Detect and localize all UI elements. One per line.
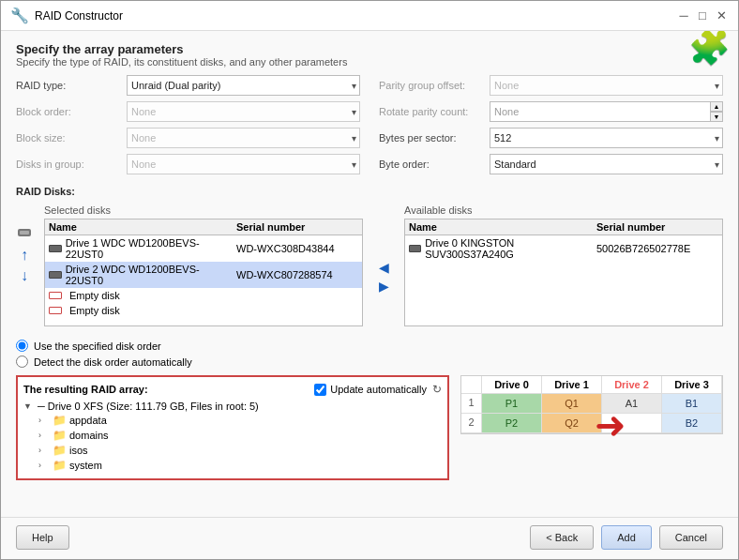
window-title: RAID Constructor [35,9,123,23]
update-automatically-checkbox[interactable]: Update automatically [314,384,427,396]
disk-order-options: Use the specified disk order Detect the … [16,340,723,368]
rotate-count-input[interactable] [490,101,723,122]
auto-detect-radio[interactable] [16,356,28,368]
bottom-buttons: Help < Back Add Cancel [1,517,738,559]
lower-section: The resulting RAID array: Update automat… [16,375,723,480]
right-params: Parity group offset: None Rotate parity … [379,75,723,174]
tree-item-label: isos [69,445,88,456]
tree-children: › 📁 appdata › 📁 domains › 📁 isos [23,413,442,473]
folder-icon: 📁 [53,459,67,472]
avail-serial-col: Serial number [596,221,718,233]
specified-order-option[interactable]: Use the specified disk order [16,340,723,352]
folder-icon: 📁 [53,414,67,427]
update-auto-label: Update automatically [330,384,427,395]
byte-order-select[interactable]: Standard [490,154,723,174]
folder-icon: 📁 [53,429,67,442]
block-size-label: Block size: [16,132,119,144]
block-size-select-wrapper: None [127,128,360,148]
add-disk-button[interactable] [16,223,33,243]
selected-serial-col: Serial number [236,221,358,233]
rotate-count-up[interactable]: ▲ [710,101,723,112]
chevron-right-icon: › [38,461,50,470]
grid-row-num: 2 [461,414,482,433]
move-up-button[interactable]: ↑ [21,247,28,264]
chevron-right-icon: › [38,431,50,440]
bytes-per-sector-label: Bytes per sector: [379,132,482,144]
back-button[interactable]: < Back [530,525,594,550]
transfer-right-button[interactable]: ▶ [379,279,389,294]
rotate-count-down[interactable]: ▼ [710,112,723,122]
grid-row-1: 1 P1 Q1 A1 B1 [461,394,722,414]
byte-order-row: Byte order: Standard [379,154,723,174]
table-row[interactable]: Drive 0 KINGSTON SUV300S37A240G 50026B72… [405,235,722,262]
raid-type-select[interactable]: Unraid (Dual parity) [127,75,360,96]
puzzle-icon: 🧩 [688,31,731,65]
big-arrow-icon: ➜ [595,406,626,444]
tree-item-label: domains [69,430,109,441]
folder-icon: 📁 [53,444,67,457]
grid-cell-arrow: ➜ [602,414,662,433]
grid-row-num: 1 [461,394,482,414]
bytes-per-sector-select[interactable]: 512 [490,128,723,148]
parity-offset-label: Parity group offset: [379,80,482,91]
specified-order-radio[interactable] [16,340,28,352]
close-button[interactable]: ✕ [714,8,729,23]
move-down-button[interactable]: ↓ [21,267,28,284]
grid-row-2: 2 P2 Q2 ➜ B2 [461,414,722,433]
help-button[interactable]: Help [16,525,69,550]
grid-cell-q2: Q2 [542,414,602,433]
block-order-select[interactable]: None [127,101,360,122]
hdd-icon [409,245,421,252]
byte-order-select-wrapper: Standard [490,154,723,174]
tree-item-label: system [69,460,102,471]
chevron-right-icon: › [38,446,50,455]
parity-offset-select[interactable]: None [490,75,723,96]
tree-item[interactable]: › 📁 domains [38,428,442,443]
maximize-button[interactable]: □ [695,8,710,23]
auto-detect-option[interactable]: Detect the disk order automatically [16,356,723,368]
transfer-left-button[interactable]: ◀ [379,260,389,275]
grid-cell-q1: Q1 [542,394,602,414]
disks-in-group-select[interactable]: None [127,154,360,174]
empty-disk-icon [49,292,62,299]
tree-item-drive[interactable]: ▼ ─ Drive 0 XFS (Size: 111.79 GB, Files … [23,400,442,413]
cancel-button[interactable]: Cancel [659,525,723,550]
selected-disks-panel: Selected disks Name Serial number Drive … [44,204,363,326]
params-section: RAID type: Unraid (Dual parity) Block or… [16,75,723,174]
grid-header-drive0: Drive 0 [482,376,542,394]
rotate-count-spinner-btns: ▲ ▼ [710,101,723,122]
grid-cell-p2: P2 [482,414,542,433]
raid-disks-section: RAID Disks: [16,182,723,197]
parity-offset-select-wrapper: None [490,75,723,96]
tree-item[interactable]: › 📁 isos [38,443,442,458]
transfer-arrows: ◀ ▶ [374,204,393,326]
title-bar-left: 🔧 RAID Constructor [10,7,123,24]
table-row[interactable]: Drive 1 WDC WD1200BEVS-22UST0 WD-WXC308D… [45,235,362,262]
refresh-icon[interactable]: ↻ [432,383,442,396]
block-order-select-wrapper: None [127,101,360,122]
disk-serial: WD-WXC807288574 [236,269,358,280]
raid-result-box: The resulting RAID array: Update automat… [16,375,449,480]
chevron-down-icon: ▼ [23,401,35,411]
specified-order-label: Use the specified disk order [34,341,161,352]
available-disks-table: Name Serial number Drive 0 KINGSTON SUV3… [404,219,723,326]
block-size-select[interactable]: None [127,128,360,148]
table-row[interactable]: Empty disk [45,303,362,318]
title-bar: 🔧 RAID Constructor ─ □ ✕ [1,1,738,31]
table-row[interactable]: Empty disk [45,288,362,303]
block-order-label: Block order: [16,106,119,117]
parity-offset-row: Parity group offset: None [379,75,723,96]
disks-in-group-label: Disks in group: [16,159,119,170]
minimize-button[interactable]: ─ [676,8,691,23]
table-row[interactable]: Drive 2 WDC WD1200BEVS-22UST0 WD-WXC8072… [45,262,362,288]
update-auto-check[interactable] [314,384,326,396]
add-button[interactable]: Add [601,525,652,550]
drive-grid-panel: Drive 0 Drive 1 Drive 2 Drive 3 1 P1 Q1 … [460,375,723,480]
tree-item-label: appdata [69,415,107,426]
empty-disk-icon [49,307,62,314]
block-order-row: Block order: None [16,101,360,122]
tree-item[interactable]: › 📁 appdata [38,413,442,428]
chevron-right-icon: › [38,416,50,425]
tree-item[interactable]: › 📁 system [38,458,442,473]
bytes-per-sector-select-wrapper: 512 [490,128,723,148]
